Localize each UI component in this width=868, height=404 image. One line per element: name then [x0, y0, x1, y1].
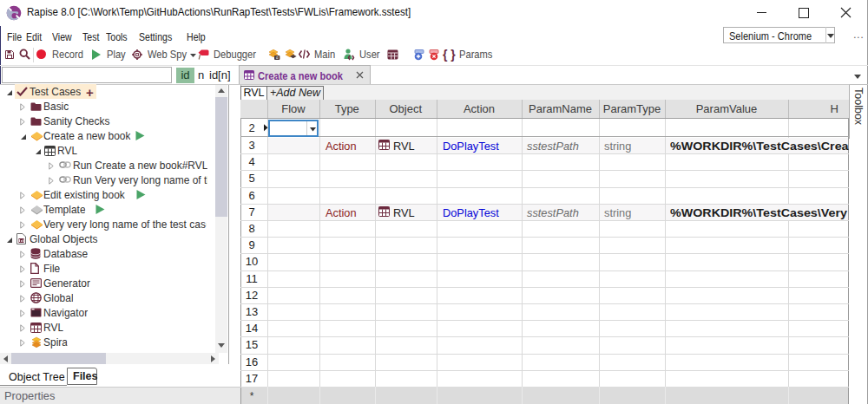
- svg-text:α: α: [276, 55, 279, 60]
